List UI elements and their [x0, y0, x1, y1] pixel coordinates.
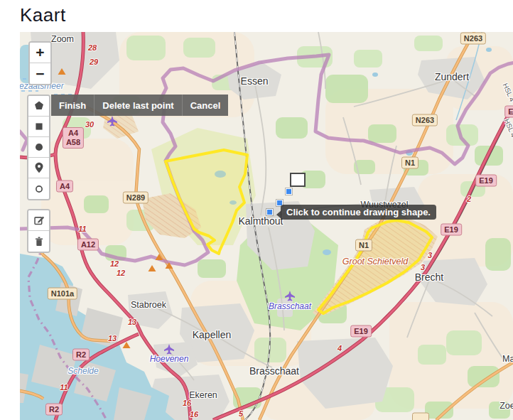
exit-number: 29: [90, 58, 98, 66]
road-shield: N263: [412, 114, 438, 126]
place-label: Schelde: [68, 366, 98, 376]
exit-number: 16: [190, 410, 198, 419]
road-shield: A4A58: [63, 127, 84, 149]
exit-number: 12: [117, 269, 125, 277]
road-shield: E19: [350, 325, 372, 338]
draw-marker-button[interactable]: [28, 158, 49, 178]
road-shield: N1: [355, 239, 372, 252]
edit-pencil-icon: [31, 212, 47, 228]
cancel-button[interactable]: Cancel: [183, 95, 229, 116]
exit-number: 3: [428, 251, 432, 259]
place-label: Essen: [241, 75, 269, 87]
draw-circle-button[interactable]: [28, 137, 49, 158]
road-shield: [412, 413, 429, 420]
place-label: Kapellen: [193, 329, 232, 340]
exit-number: 28: [88, 43, 97, 52]
exit-number: 3: [421, 263, 425, 271]
road-shield: E19: [441, 224, 462, 236]
rectangle-icon: [31, 119, 47, 134]
circle-icon: [31, 139, 47, 155]
polygon-icon: [31, 98, 47, 114]
draw-tooltip: Click to continue drawing shape.: [281, 205, 436, 220]
map-canvas[interactable]: ZoomkiezaatsmeerEssenZundertKalmthoutWuu…: [20, 32, 513, 420]
draw-actions-bar: Finish Delete last point Cancel: [51, 95, 228, 116]
road-shield: E19: [475, 175, 497, 187]
draw-polygon-button[interactable]: [28, 96, 49, 117]
place-label: Groot Schietveld: [342, 257, 408, 266]
draw-toolbar: [27, 95, 50, 200]
delete-last-point-button[interactable]: Delete last point: [94, 95, 182, 116]
exit-number: 13: [108, 334, 117, 343]
delete-layers-button[interactable]: [28, 231, 49, 252]
road-shield: E19: [504, 106, 513, 118]
place-label: Brasschaat: [249, 365, 299, 377]
road-shield: N289: [123, 192, 148, 204]
exit-number: 16: [183, 399, 191, 407]
place-label: Zoom: [51, 34, 74, 44]
exit-number: 5: [239, 409, 243, 418]
place-label: Zundert: [435, 71, 469, 82]
place-label: Ekeren: [189, 390, 217, 400]
zoom-in-button[interactable]: +: [30, 43, 50, 63]
edit-toolbar: [27, 209, 50, 253]
exit-number: 30: [85, 120, 94, 129]
exit-number: 4: [338, 344, 342, 352]
road-shield: A4: [56, 181, 73, 193]
trash-icon: [31, 234, 47, 249]
exit-number: 11: [60, 383, 68, 392]
zoom-out-button[interactable]: −: [30, 63, 50, 84]
edit-layers-button[interactable]: [28, 210, 49, 231]
place-label: Malle: [502, 354, 513, 364]
road-shield: N263: [460, 33, 486, 45]
exit-number: 13: [128, 318, 136, 326]
road-shield: R2: [72, 349, 90, 361]
place-label: Brecht: [415, 271, 443, 283]
draw-tooltip-text: Click to continue drawing shape.: [286, 207, 431, 217]
road-shield: R2: [45, 404, 63, 416]
road-shield: N1: [401, 157, 418, 169]
place-label: Stabroek: [131, 300, 166, 310]
road-shield: N101a: [48, 288, 77, 300]
draw-vertex-marker[interactable]: [266, 209, 273, 215]
zoom-control: + −: [28, 41, 52, 85]
place-label: Hoevenen: [150, 354, 189, 364]
exit-number: 11: [78, 225, 86, 233]
page-title: Kaart: [20, 4, 66, 26]
draw-rectangle-button[interactable]: [28, 117, 49, 137]
draw-circlemarker-button[interactable]: [28, 178, 49, 199]
finish-button[interactable]: Finish: [51, 95, 94, 116]
exit-number: 2: [467, 195, 471, 203]
marker-pin-icon: [31, 160, 47, 176]
draw-vertex-marker[interactable]: [286, 188, 292, 195]
road-shield: A12: [77, 239, 99, 251]
place-label: Brasschaat: [269, 301, 311, 311]
draw-cursor-marker[interactable]: [290, 173, 306, 187]
place-label: Zoersel: [500, 401, 513, 411]
circlemarker-icon: [31, 181, 47, 197]
page: Kaart: [0, 0, 513, 420]
exit-number: 12: [110, 259, 119, 268]
